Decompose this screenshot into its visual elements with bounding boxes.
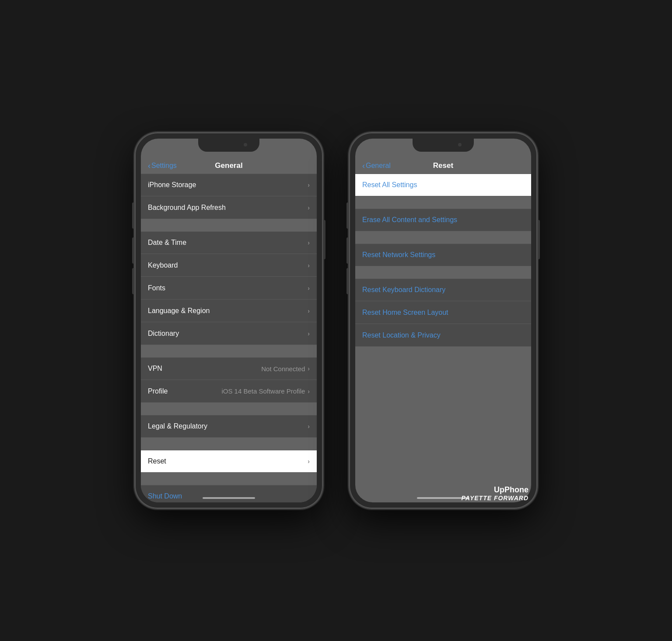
item-label: Language & Region (148, 307, 308, 315)
left-group-5: Reset › (141, 450, 317, 473)
chevron-icon: › (308, 458, 310, 465)
nav-bar-right: ‹ General Reset (355, 158, 531, 174)
watermark-bottom: PAYETTE FORWARD (462, 495, 528, 502)
nav-back-left[interactable]: ‹ Settings (148, 161, 177, 171)
item-label: Keyboard (148, 261, 308, 269)
nav-title-right: Reset (433, 161, 453, 170)
nav-back-label-left[interactable]: Settings (151, 162, 177, 170)
divider (141, 219, 317, 231)
right-group-1: Reset All Settings (355, 174, 531, 196)
item-label: Profile (148, 387, 221, 395)
left-group-6: Shut Down (141, 485, 317, 502)
item-value: iOS 14 Beta Software Profile (221, 387, 305, 395)
erase-all-item[interactable]: Erase All Content and Settings (355, 209, 531, 231)
watermark-top: UpPhone (462, 485, 528, 495)
phone-right: ‹ General Reset Reset All Settings Erase… (349, 132, 537, 509)
reset-item[interactable]: Reset › (141, 450, 317, 473)
item-value: Not Connected (261, 365, 305, 373)
nav-back-right[interactable]: ‹ General (362, 161, 391, 171)
list-item[interactable]: Keyboard › (141, 254, 317, 277)
divider (141, 345, 317, 357)
divider (355, 266, 531, 279)
scene: ‹ Settings General iPhone Storage › Back… (135, 132, 537, 509)
left-group-3: VPN Not Connected › Profile iOS 14 Beta … (141, 357, 317, 403)
item-label: Reset Home Screen Layout (362, 309, 524, 317)
left-group-2: Date & Time › Keyboard › Fonts › Languag… (141, 231, 317, 345)
list-item[interactable]: Fonts › (141, 277, 317, 300)
chevron-icon: › (308, 388, 310, 395)
divider (141, 473, 317, 485)
divider (141, 438, 317, 450)
watermark: UpPhone PAYETTE FORWARD (462, 485, 528, 502)
shutdown-item[interactable]: Shut Down (141, 485, 317, 502)
item-label: Date & Time (148, 239, 308, 247)
phone-left: ‹ Settings General iPhone Storage › Back… (135, 132, 323, 509)
list-item[interactable]: iPhone Storage › (141, 174, 317, 196)
reset-network-item[interactable]: Reset Network Settings (355, 244, 531, 266)
chevron-icon: › (308, 239, 310, 246)
right-scroll-content: Reset All Settings Erase All Content and… (355, 174, 531, 347)
notch-right (413, 139, 474, 152)
item-label: Background App Refresh (148, 204, 308, 212)
chevron-icon: › (308, 204, 310, 211)
chevron-icon: › (308, 365, 310, 372)
notch-dot-right (458, 143, 462, 146)
list-item[interactable]: Date & Time › (141, 231, 317, 254)
right-group-3: Reset Network Settings (355, 244, 531, 266)
list-item[interactable]: Language & Region › (141, 300, 317, 322)
item-label: Legal & Regulatory (148, 422, 308, 430)
reset-homescreen-item[interactable]: Reset Home Screen Layout (355, 301, 531, 324)
chevron-icon: › (308, 285, 310, 292)
item-label: Shut Down (148, 492, 310, 500)
item-label: Reset Keyboard Dictionary (362, 286, 524, 294)
chevron-icon: › (308, 181, 310, 188)
divider (355, 231, 531, 244)
screen-left: ‹ Settings General iPhone Storage › Back… (141, 139, 317, 502)
chevron-icon: › (308, 262, 310, 269)
item-label: iPhone Storage (148, 181, 308, 189)
notch-dot-left (244, 143, 247, 146)
list-item[interactable]: Dictionary › (141, 322, 317, 345)
left-scroll-content: iPhone Storage › Background App Refresh … (141, 174, 317, 502)
item-label: VPN (148, 365, 261, 373)
notch-left (198, 139, 259, 152)
nav-title-left: General (215, 161, 242, 170)
right-group-2: Erase All Content and Settings (355, 209, 531, 231)
chevron-icon: › (308, 330, 310, 337)
reset-all-settings-item[interactable]: Reset All Settings (355, 174, 531, 196)
reset-keyboard-item[interactable]: Reset Keyboard Dictionary (355, 279, 531, 301)
nav-back-label-right[interactable]: General (366, 162, 391, 170)
nav-bar-left: ‹ Settings General (141, 158, 317, 174)
home-indicator-left (203, 497, 255, 499)
chevron-icon: › (308, 307, 310, 314)
screen-right: ‹ General Reset Reset All Settings Erase… (355, 139, 531, 502)
list-item[interactable]: Background App Refresh › (141, 196, 317, 219)
back-chevron-icon-left: ‹ (148, 161, 150, 171)
item-label: Reset Network Settings (362, 251, 524, 259)
chevron-icon: › (308, 423, 310, 430)
item-label: Erase All Content and Settings (362, 216, 524, 224)
divider (355, 196, 531, 209)
reset-location-item[interactable]: Reset Location & Privacy (355, 324, 531, 347)
list-item[interactable]: Legal & Regulatory › (141, 415, 317, 438)
left-group-4: Legal & Regulatory › (141, 415, 317, 438)
divider (141, 403, 317, 415)
item-label: Reset Location & Privacy (362, 331, 524, 339)
right-group-4: Reset Keyboard Dictionary Reset Home Scr… (355, 279, 531, 347)
back-chevron-icon-right: ‹ (362, 161, 365, 171)
item-label: Reset All Settings (362, 181, 524, 189)
item-label: Fonts (148, 284, 308, 292)
list-item[interactable]: Profile iOS 14 Beta Software Profile › (141, 380, 317, 403)
item-label: Reset (148, 457, 308, 465)
left-group-1: iPhone Storage › Background App Refresh … (141, 174, 317, 219)
list-item[interactable]: VPN Not Connected › (141, 357, 317, 380)
item-label: Dictionary (148, 330, 308, 338)
